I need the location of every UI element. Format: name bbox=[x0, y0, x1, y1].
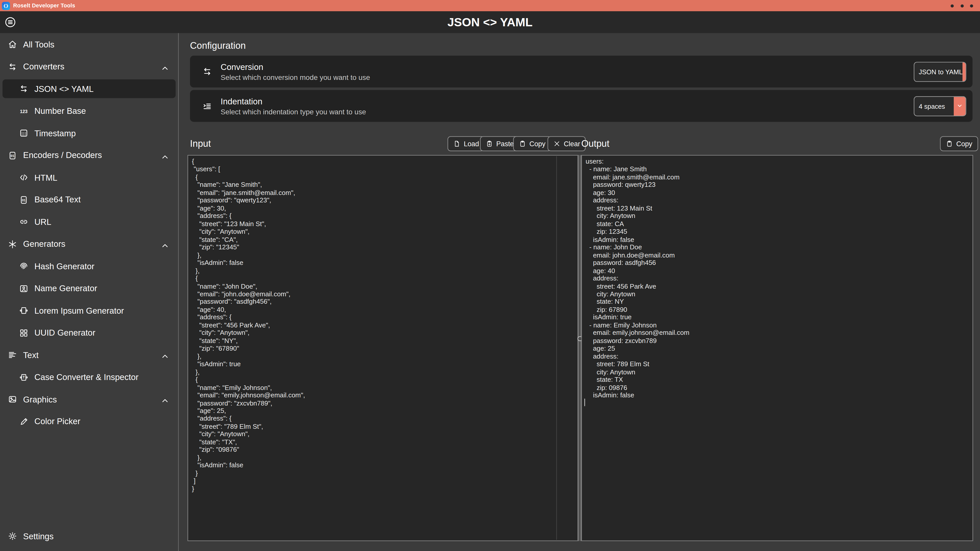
sidebar-item-text[interactable]: Text bbox=[3, 346, 176, 364]
sidebar-item-uuid-generator[interactable]: UUID Generator bbox=[3, 323, 176, 342]
chevron-up-icon[interactable] bbox=[160, 63, 170, 73]
output-pane: users: - name: Jane Smith email: jane.sm… bbox=[581, 155, 973, 541]
gear-icon bbox=[7, 531, 18, 541]
clear-button[interactable]: Clear bbox=[547, 136, 586, 151]
sidebar-item-color-picker[interactable]: Color Picker bbox=[3, 412, 176, 431]
svg-text:01: 01 bbox=[11, 154, 14, 157]
app-title: Roselt Developer Tools bbox=[13, 3, 75, 9]
sidebar-item-generators[interactable]: Generators bbox=[3, 235, 176, 253]
calendar-icon bbox=[19, 128, 29, 138]
clipboard-icon bbox=[519, 140, 526, 147]
conversion-dropdown-value: JSON to YAML bbox=[915, 62, 963, 81]
input-scrollbar-gutter[interactable] bbox=[556, 156, 557, 540]
copy-button[interactable]: Copy bbox=[513, 136, 551, 151]
sidebar-item-all-tools[interactable]: All Tools bbox=[3, 35, 176, 54]
link-icon bbox=[19, 217, 29, 227]
sidebar-item-case-converter[interactable]: T Case Converter & Inspector bbox=[3, 368, 176, 386]
binary-card-icon: 01 bbox=[19, 195, 29, 205]
sidebar-item-html[interactable]: HTML bbox=[3, 168, 176, 187]
load-button[interactable]: Load bbox=[447, 136, 485, 151]
indentation-description: Select which indentation type you want t… bbox=[221, 108, 366, 115]
chevron-up-icon[interactable] bbox=[160, 240, 170, 250]
maximize-button[interactable] bbox=[960, 4, 963, 7]
conversion-title: Conversion bbox=[221, 62, 370, 72]
titlebar: Roselt Developer Tools bbox=[0, 0, 980, 11]
brush-icon bbox=[19, 416, 29, 426]
svg-text:01: 01 bbox=[22, 198, 25, 202]
sidebar-item-hash-generator[interactable]: Hash Generator bbox=[3, 257, 176, 275]
clipboard-plus-icon bbox=[485, 140, 493, 147]
chevron-up-icon[interactable] bbox=[160, 395, 170, 405]
close-button[interactable] bbox=[970, 4, 973, 7]
sidebar-item-name-generator[interactable]: Name Generator bbox=[3, 279, 176, 298]
sidebar: All Tools Converters JSON <> YAML 123 Nu… bbox=[0, 33, 179, 551]
conversion-description: Select which conversion mode you want to… bbox=[221, 73, 370, 81]
code-icon bbox=[19, 173, 29, 183]
document-icon bbox=[453, 140, 460, 147]
sidebar-item-timestamp[interactable]: Timestamp bbox=[3, 124, 176, 142]
output-label: Output bbox=[581, 138, 609, 149]
svg-text:123: 123 bbox=[20, 108, 27, 114]
conversion-dropdown[interactable]: JSON to YAML bbox=[914, 62, 966, 81]
clipboard-icon bbox=[945, 140, 953, 147]
asterisk-icon bbox=[7, 239, 18, 249]
indent-icon bbox=[202, 100, 213, 111]
sidebar-item-graphics[interactable]: Graphics bbox=[3, 390, 176, 409]
output-copy-button[interactable]: Copy bbox=[940, 136, 978, 151]
configuration-heading: Configuration bbox=[190, 40, 246, 51]
chevron-down-icon[interactable] bbox=[963, 62, 966, 81]
grid-squares-icon bbox=[19, 328, 29, 338]
indentation-dropdown[interactable]: 4 spaces bbox=[914, 96, 966, 116]
input-pane: { "users": [ { "name": "Jane Smith", "em… bbox=[188, 155, 578, 541]
svg-text:T: T bbox=[23, 375, 25, 379]
indentation-card: Indentation Select which indentation typ… bbox=[190, 90, 972, 122]
text-cursor bbox=[584, 399, 585, 406]
sidebar-item-encoders-decoders[interactable]: 01 Encoders / Decoders bbox=[3, 146, 176, 165]
sidebar-item-number-base[interactable]: 123 Number Base bbox=[3, 102, 176, 120]
app-window: Roselt Developer Tools JSON <> YAML All … bbox=[0, 0, 980, 551]
indentation-dropdown-value: 4 spaces bbox=[915, 97, 954, 115]
typography-card-icon: T bbox=[19, 372, 29, 382]
fingerprint-icon bbox=[19, 261, 29, 271]
output-code-editor[interactable]: users: - name: Jane Smith email: jane.sm… bbox=[582, 156, 972, 540]
input-code-editor[interactable]: { "users": [ { "name": "Jane Smith", "em… bbox=[188, 156, 578, 540]
sidebar-item-base64-text[interactable]: 01 Base64 Text bbox=[3, 191, 176, 209]
swap-icon bbox=[7, 62, 18, 71]
window-controls bbox=[951, 4, 973, 7]
home-icon bbox=[7, 39, 18, 49]
chevron-down-icon[interactable] bbox=[954, 97, 966, 115]
swap-icon bbox=[19, 84, 29, 94]
swap-icon bbox=[202, 66, 213, 77]
chevron-up-icon[interactable] bbox=[160, 152, 170, 162]
close-icon bbox=[553, 140, 561, 147]
sidebar-item-converters[interactable]: Converters bbox=[3, 57, 176, 76]
main-content: Configuration Conversion Select which co… bbox=[179, 33, 980, 551]
indentation-title: Indentation bbox=[221, 97, 366, 106]
sidebar-item-json-yaml[interactable]: JSON <> YAML bbox=[3, 79, 176, 98]
sidebar-item-settings[interactable]: Settings bbox=[3, 527, 176, 545]
sidebar-item-lorem-ipsum-generator[interactable]: Lorem Ipsum Generator bbox=[3, 301, 176, 320]
side-knobs-card-icon bbox=[19, 305, 29, 316]
chevron-up-icon[interactable] bbox=[160, 351, 170, 361]
text-lines-icon bbox=[7, 350, 18, 360]
person-card-icon bbox=[19, 283, 29, 293]
pane-splitter[interactable] bbox=[578, 155, 581, 541]
input-label: Input bbox=[190, 138, 211, 149]
image-icon bbox=[7, 394, 18, 404]
conversion-card: Conversion Select which conversion mode … bbox=[190, 56, 972, 87]
sidebar-item-url[interactable]: URL bbox=[3, 212, 176, 231]
minimize-button[interactable] bbox=[951, 4, 954, 7]
number-123-icon: 123 bbox=[19, 106, 29, 116]
app-logo-icon bbox=[2, 2, 10, 10]
page-title: JSON <> YAML bbox=[0, 11, 980, 33]
binary-card-icon: 01 bbox=[7, 150, 18, 160]
header: JSON <> YAML bbox=[0, 11, 980, 33]
